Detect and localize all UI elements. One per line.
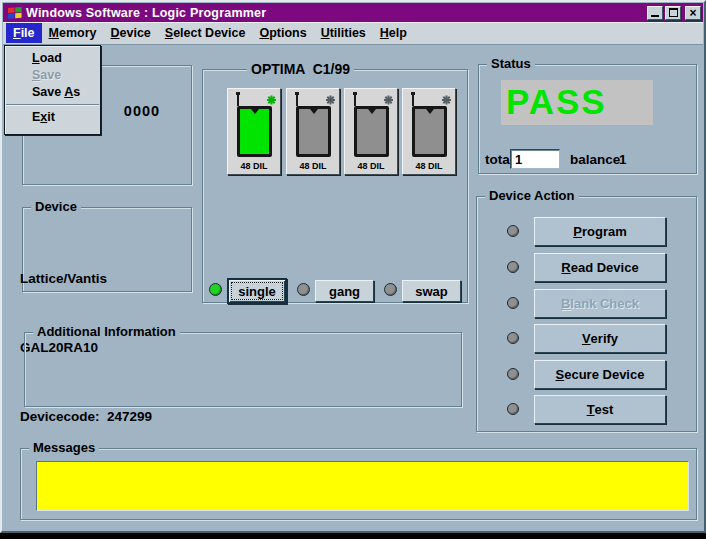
device-action-group-title: Device Action xyxy=(485,189,579,203)
socket-label: 48 DIL xyxy=(403,161,455,171)
socket-label: 48 DIL xyxy=(228,161,280,171)
single-led-icon xyxy=(209,283,222,296)
windows-flag-icon xyxy=(7,6,23,20)
menu-item-save-as[interactable]: Save As xyxy=(5,84,100,101)
socket-tile-3[interactable]: 48 DIL xyxy=(344,88,398,175)
program-led-icon xyxy=(507,225,519,237)
socket-tile-4[interactable]: 48 DIL xyxy=(402,88,456,175)
status-result-panel: PASS xyxy=(501,80,653,125)
menu-item-exit[interactable]: Exit xyxy=(5,109,100,126)
menu-item-memory[interactable]: Memory xyxy=(42,23,104,43)
menu-item-options[interactable]: Options xyxy=(252,23,313,43)
menu-separator xyxy=(6,104,99,106)
gang-led-icon xyxy=(297,283,310,296)
titlebar: Windows Software : Logic Programmer × xyxy=(3,3,703,22)
additional-information-title: Additional Information xyxy=(33,325,180,339)
maximize-button[interactable] xyxy=(665,6,681,20)
menu-item-help[interactable]: Help xyxy=(373,23,414,43)
socket-lever-icon xyxy=(296,95,298,106)
desktop-background-strip xyxy=(0,533,706,539)
status-group: Status PASS total balance 1 xyxy=(478,64,697,174)
socket-label: 48 DIL xyxy=(287,161,339,171)
gang-button[interactable]: gang xyxy=(315,280,374,302)
status-group-title: Status xyxy=(487,57,535,71)
status-result-text: PASS xyxy=(501,80,653,124)
minimize-button[interactable] xyxy=(647,6,663,20)
socket-label: 48 DIL xyxy=(345,161,397,171)
file-menu: Load Save Save As Exit xyxy=(4,45,101,135)
balance-value: 1 xyxy=(619,152,627,167)
socket-lever-icon xyxy=(412,95,414,106)
menu-item-save: Save xyxy=(5,67,100,84)
close-icon: × xyxy=(689,8,696,18)
optima-group-title: OPTIMA C1/99 xyxy=(247,62,354,76)
socket-lever-icon xyxy=(354,95,356,106)
additional-information-group: Additional Information xyxy=(24,332,462,407)
minimize-icon xyxy=(651,15,659,17)
messages-group-title: Messages xyxy=(29,441,99,455)
blank-check-button: Blank Check xyxy=(534,289,666,318)
blank-check-led-icon xyxy=(507,297,519,309)
memory-checksum-value: 0000 xyxy=(124,103,160,119)
device-group: Device Lattice/Vantis GAL20RA10 Deviceco… xyxy=(22,207,192,292)
socket-star-icon xyxy=(326,95,335,104)
socket-lever-icon xyxy=(237,95,239,106)
menu-item-utilities[interactable]: Utilities xyxy=(314,23,373,43)
device-code: Devicecode: 247299 xyxy=(20,405,152,428)
app-window: Windows Software : Logic Programmer × Fi… xyxy=(0,0,706,533)
verify-led-icon xyxy=(507,332,519,344)
window-title: Windows Software : Logic Programmer xyxy=(26,6,645,20)
secure-device-led-icon xyxy=(507,368,519,380)
device-group-title: Device xyxy=(31,200,81,214)
secure-device-button[interactable]: Secure Device xyxy=(534,360,666,389)
socket-well xyxy=(237,106,272,157)
socket-well xyxy=(354,106,389,157)
menubar: File Memory Device Select Device Options… xyxy=(3,22,703,45)
menu-item-file[interactable]: File xyxy=(6,23,42,43)
menu-item-device[interactable]: Device xyxy=(104,23,158,43)
menu-item-load[interactable]: Load xyxy=(5,50,100,67)
single-button[interactable]: single xyxy=(227,278,287,304)
swap-led-icon xyxy=(384,283,397,296)
read-device-button[interactable]: Read Device xyxy=(534,253,666,282)
socket-well xyxy=(412,106,447,157)
socket-tile-1[interactable]: 48 DIL xyxy=(227,88,281,175)
messages-group: Messages xyxy=(20,448,697,520)
device-action-group: Device Action Program Read Device Blank … xyxy=(476,196,697,432)
maximize-icon xyxy=(669,8,678,17)
socket-star-icon xyxy=(384,95,393,104)
total-input[interactable] xyxy=(510,149,560,169)
balance-label: balance xyxy=(570,152,620,167)
socket-star-icon xyxy=(442,95,451,104)
messages-bar xyxy=(36,461,689,511)
test-led-icon xyxy=(507,403,519,415)
optima-group: OPTIMA C1/99 48 DIL 48 DIL 48 DIL 48 DIL xyxy=(202,69,468,303)
swap-button[interactable]: swap xyxy=(402,280,461,302)
read-device-led-icon xyxy=(507,261,519,273)
socket-tile-2[interactable]: 48 DIL xyxy=(286,88,340,175)
memory-checksum: :0000 xyxy=(97,103,160,119)
socket-star-icon xyxy=(267,95,276,104)
close-button[interactable]: × xyxy=(685,6,701,20)
socket-well xyxy=(296,106,331,157)
verify-button[interactable]: Verify xyxy=(534,324,666,353)
program-button[interactable]: Program xyxy=(534,217,666,246)
test-button[interactable]: Test xyxy=(534,395,666,424)
menu-item-select-device[interactable]: Select Device xyxy=(158,23,253,43)
device-manufacturer: Lattice/Vantis xyxy=(20,267,152,290)
